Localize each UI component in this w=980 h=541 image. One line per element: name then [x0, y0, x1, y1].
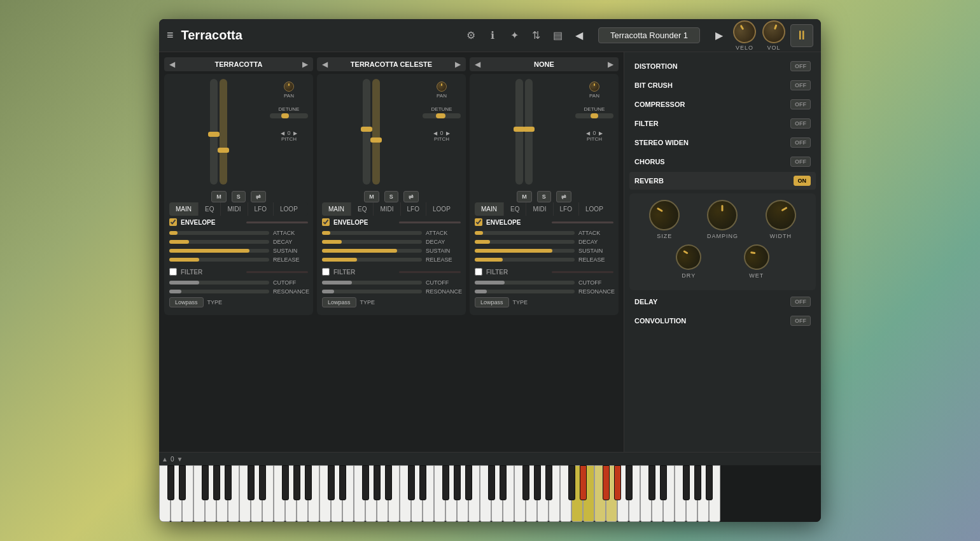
- layer3-mute-btn[interactable]: M: [517, 191, 532, 202]
- layer3-prev[interactable]: ◀: [470, 60, 486, 69]
- layer1-rand-btn[interactable]: ⇌: [251, 191, 266, 202]
- layer2-tab-eq[interactable]: EQ: [351, 202, 374, 216]
- fx-compressor[interactable]: COMPRESSOR OFF: [629, 95, 816, 113]
- black-key[interactable]: [328, 465, 335, 500]
- reverb-width-knob[interactable]: [760, 194, 802, 236]
- black-key[interactable]: [454, 465, 461, 500]
- layer3-solo-btn[interactable]: S: [537, 191, 551, 202]
- black-key[interactable]: [293, 465, 300, 500]
- layer3-decay-slider[interactable]: [475, 240, 575, 244]
- black-key[interactable]: [603, 465, 610, 500]
- layer1-vslider1[interactable]: [210, 79, 218, 185]
- reverb-size-knob[interactable]: [643, 193, 687, 237]
- layer1-mute-btn[interactable]: M: [211, 191, 227, 202]
- layer2-rand-btn[interactable]: ⇌: [403, 191, 419, 202]
- layer3-detune-slider[interactable]: [575, 113, 613, 118]
- layer2-mute-btn[interactable]: M: [364, 191, 379, 202]
- piano-down-btn[interactable]: ▼: [176, 456, 183, 463]
- black-key[interactable]: [694, 465, 701, 500]
- black-key[interactable]: [362, 465, 369, 500]
- black-key[interactable]: [282, 465, 289, 500]
- layer1-filter-checkbox[interactable]: [169, 268, 177, 276]
- reverb-damping-knob[interactable]: [707, 200, 738, 230]
- black-key[interactable]: [534, 465, 541, 500]
- layer2-filter-checkbox[interactable]: [322, 268, 330, 276]
- layer2-pitch-down[interactable]: ◀: [433, 130, 437, 136]
- layer1-pan-knob[interactable]: [284, 81, 294, 92]
- velo-knob[interactable]: [729, 19, 760, 47]
- vol-knob[interactable]: [759, 19, 788, 46]
- layer3-vslider1[interactable]: [515, 79, 523, 185]
- black-key[interactable]: [580, 465, 587, 500]
- layer2-vslider1[interactable]: [363, 79, 370, 185]
- layer1-decay-slider[interactable]: [169, 240, 269, 244]
- layer2-decay-slider[interactable]: [322, 240, 422, 244]
- black-key[interactable]: [683, 465, 690, 500]
- layer2-solo-btn[interactable]: S: [384, 191, 398, 202]
- layer1-next[interactable]: ▶: [297, 60, 313, 69]
- layer1-tab-lfo[interactable]: LFO: [248, 202, 274, 216]
- fx-filter-toggle[interactable]: OFF: [790, 118, 811, 129]
- fx-convolution-toggle[interactable]: OFF: [790, 316, 811, 326]
- preset-prev-arrow[interactable]: ◀: [571, 28, 587, 43]
- layer2-envelope-checkbox[interactable]: [322, 218, 330, 226]
- reverb-dry-knob[interactable]: [671, 240, 706, 275]
- layer2-tab-lfo[interactable]: LFO: [401, 202, 426, 216]
- reverb-wet-knob[interactable]: [739, 239, 774, 275]
- layer1-vslider2[interactable]: [220, 79, 227, 185]
- black-key[interactable]: [500, 465, 507, 500]
- layer1-pitch-up[interactable]: ▶: [293, 130, 297, 136]
- black-key[interactable]: [179, 465, 186, 500]
- layer3-envelope-checkbox[interactable]: [475, 218, 482, 226]
- black-key[interactable]: [374, 465, 381, 500]
- layer2-resonance-slider[interactable]: [322, 290, 422, 293]
- save-icon[interactable]: ▤: [550, 28, 565, 43]
- black-key[interactable]: [408, 465, 415, 500]
- black-key[interactable]: [385, 465, 392, 500]
- fx-delay-toggle[interactable]: OFF: [790, 297, 811, 307]
- layer3-resonance-slider[interactable]: [475, 290, 575, 293]
- black-key[interactable]: [626, 465, 633, 500]
- fx-reverb[interactable]: REVERB ON: [629, 172, 816, 190]
- layer3-filter-checkbox[interactable]: [475, 268, 482, 276]
- layer2-sustain-slider[interactable]: [322, 249, 422, 253]
- layer1-attack-slider[interactable]: [169, 231, 269, 235]
- black-key[interactable]: [706, 465, 713, 500]
- black-key[interactable]: [465, 465, 472, 500]
- layer2-vslider2[interactable]: [372, 79, 380, 185]
- layer2-tab-main[interactable]: MAIN: [322, 202, 351, 216]
- fx-bitcrush[interactable]: BIT CRUSH OFF: [629, 76, 816, 94]
- layer2-pan-knob[interactable]: [437, 81, 447, 92]
- fx-compressor-toggle[interactable]: OFF: [790, 99, 811, 109]
- layer3-filter-type-btn[interactable]: Lowpass: [475, 297, 509, 307]
- fx-stereo-toggle[interactable]: OFF: [790, 137, 811, 148]
- layer2-tab-midi[interactable]: MIDI: [374, 202, 400, 216]
- black-key[interactable]: [488, 465, 495, 500]
- fx-convolution[interactable]: CONVOLUTION OFF: [629, 312, 816, 330]
- layer2-filter-type-btn[interactable]: Lowpass: [322, 297, 356, 307]
- layer1-tab-eq[interactable]: EQ: [199, 202, 221, 216]
- fx-delay[interactable]: DELAY OFF: [629, 293, 816, 311]
- black-key[interactable]: [442, 465, 449, 500]
- layer3-next[interactable]: ▶: [603, 60, 619, 69]
- pause-button[interactable]: ⏸: [790, 24, 813, 47]
- layer1-solo-btn[interactable]: S: [232, 191, 246, 202]
- layer3-pan-knob[interactable]: [589, 81, 599, 92]
- preset-name[interactable]: Terracotta Rounder 1: [598, 27, 700, 43]
- layer3-tab-midi[interactable]: MIDI: [526, 202, 553, 216]
- layer1-prev[interactable]: ◀: [164, 60, 180, 69]
- layer3-cutoff-slider[interactable]: [475, 281, 575, 285]
- black-key[interactable]: [545, 465, 552, 500]
- black-key[interactable]: [225, 465, 232, 500]
- layer2-release-slider[interactable]: [322, 258, 422, 262]
- fx-chorus-toggle[interactable]: OFF: [790, 157, 811, 167]
- black-key[interactable]: [339, 465, 346, 500]
- fx-filter[interactable]: FILTER OFF: [629, 115, 816, 132]
- black-key[interactable]: [660, 465, 667, 500]
- layer2-attack-slider[interactable]: [322, 231, 422, 235]
- fx-bitcrush-toggle[interactable]: OFF: [790, 80, 811, 90]
- layer2-prev[interactable]: ◀: [317, 60, 333, 69]
- black-key[interactable]: [167, 465, 174, 500]
- black-key[interactable]: [568, 465, 575, 500]
- layer2-cutoff-slider[interactable]: [322, 281, 422, 285]
